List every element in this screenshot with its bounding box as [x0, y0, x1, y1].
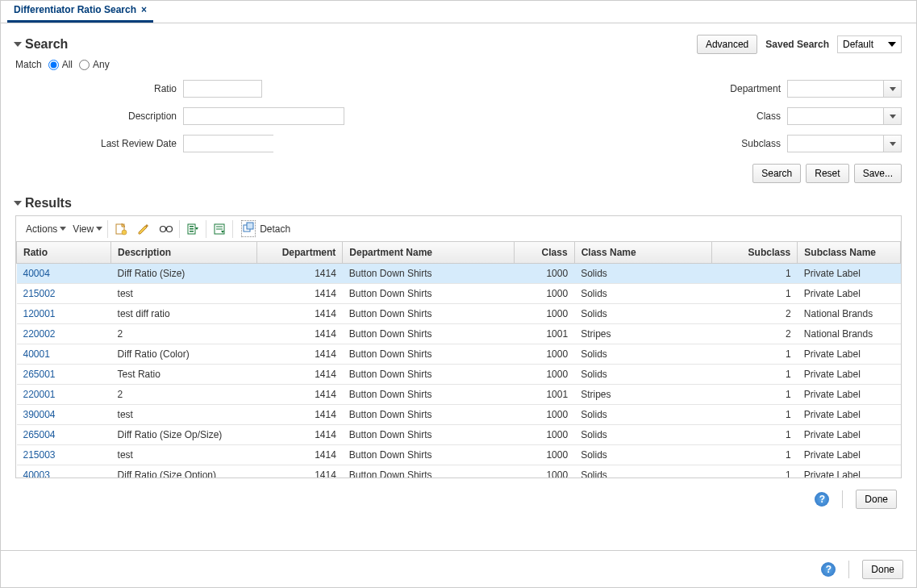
cell-ratio[interactable]: 220002 [17, 323, 111, 344]
col-ratio[interactable]: Ratio [17, 242, 111, 263]
col-department-name[interactable]: Department Name [343, 242, 515, 263]
cell-ratio[interactable]: 40003 [17, 465, 111, 477]
svg-point-8 [160, 226, 166, 231]
view-icon[interactable] [158, 221, 174, 237]
create-icon[interactable] [113, 221, 129, 237]
table-row[interactable]: 215003test1414Button Down Shirts1000Soli… [17, 444, 901, 465]
label-subclass: Subclass [499, 138, 782, 149]
reset-button[interactable]: Reset [806, 164, 848, 183]
view-menu[interactable]: View [73, 223, 102, 235]
input-ratio[interactable] [183, 80, 262, 98]
table-row[interactable]: 265001Test Ratio1414Button Down Shirts10… [17, 364, 901, 384]
saved-search-select[interactable]: Default [837, 35, 902, 53]
col-department[interactable]: Department [256, 242, 342, 263]
table-row[interactable]: 40004Diff Ratio (Size)1414Button Down Sh… [17, 263, 901, 283]
wrap-icon[interactable] [211, 221, 227, 237]
dropdown-subclass-icon[interactable] [884, 135, 902, 152]
label-ratio: Ratio [64, 83, 177, 94]
cell-subclass-name: National Brands [798, 323, 901, 344]
col-subclass-name[interactable]: Subclass Name [798, 242, 901, 263]
dropdown-department-icon[interactable] [884, 80, 902, 98]
help-icon[interactable]: ? [821, 562, 836, 577]
cell-department-name: Button Down Shirts [343, 344, 515, 364]
cell-ratio[interactable]: 220001 [17, 384, 111, 404]
cell-class-name: Stripes [574, 323, 711, 344]
cell-description: test diff ratio [111, 303, 257, 323]
search-header-left: Search [15, 37, 68, 52]
cell-ratio[interactable]: 215003 [17, 444, 111, 465]
results-toolbar: Actions View [16, 216, 901, 242]
cell-description: 2 [111, 323, 257, 344]
col-class[interactable]: Class [515, 242, 574, 263]
col-class-name[interactable]: Class Name [574, 242, 711, 263]
cell-class: 1000 [515, 364, 574, 384]
dropdown-class-icon[interactable] [884, 107, 902, 125]
cell-ratio[interactable]: 40001 [17, 344, 111, 364]
col-description[interactable]: Description [111, 242, 257, 263]
cell-class: 1000 [515, 465, 574, 477]
results-grid-scroll[interactable]: Ratio Description Department Department … [16, 242, 901, 477]
edit-icon[interactable] [135, 221, 152, 237]
cell-subclass-name: Private Label [798, 384, 901, 404]
done-button[interactable]: Done [862, 560, 903, 579]
input-subclass[interactable] [787, 135, 884, 152]
save-button[interactable]: Save... [854, 164, 902, 183]
tb-export [180, 216, 206, 241]
table-row[interactable]: 390004test1414Button Down Shirts1000Soli… [17, 404, 901, 424]
tb-crud [108, 216, 179, 241]
cell-ratio[interactable]: 215002 [17, 283, 111, 303]
cell-subclass-name: Private Label [798, 364, 901, 384]
disclosure-icon[interactable] [14, 42, 22, 47]
match-label: Match [15, 59, 42, 70]
form-col-right: Department Class Subclass [499, 80, 902, 152]
table-row[interactable]: 22000121414Button Down Shirts1001Stripes… [17, 384, 901, 404]
table-row[interactable]: 40003Diff Ratio (Size Option)1414Button … [17, 465, 901, 477]
chevron-down-icon [890, 142, 896, 146]
done-button[interactable]: Done [856, 490, 897, 509]
table-row[interactable]: 265004Diff Ratio (Size Op/Size)1414Butto… [17, 424, 901, 444]
search-button[interactable]: Search [752, 164, 801, 183]
cell-department: 1414 [256, 344, 342, 364]
row-last-review: Last Review Date [64, 135, 467, 152]
table-row[interactable]: 120001test diff ratio1414Button Down Shi… [17, 303, 901, 323]
cell-ratio[interactable]: 265001 [17, 364, 111, 384]
cell-department: 1414 [256, 404, 342, 424]
actions-menu[interactable]: Actions [26, 223, 66, 235]
detach-button[interactable]: Detach [238, 219, 294, 239]
disclosure-icon[interactable] [14, 201, 22, 206]
col-subclass[interactable]: Subclass [711, 242, 797, 263]
input-description[interactable] [183, 107, 344, 125]
cell-class: 1000 [515, 303, 574, 323]
match-all-radio[interactable] [48, 60, 59, 70]
advanced-button[interactable]: Advanced [697, 35, 757, 54]
close-icon[interactable]: × [141, 4, 147, 15]
input-department[interactable] [787, 80, 884, 98]
saved-search-label: Saved Search [765, 39, 829, 50]
cell-class-name: Stripes [574, 384, 711, 404]
cell-ratio[interactable]: 265004 [17, 424, 111, 444]
match-any-text: Any [93, 59, 110, 70]
row-class: Class [499, 107, 902, 125]
row-ratio: Ratio [64, 80, 467, 98]
export-icon[interactable] [185, 221, 201, 237]
cell-class-name: Solids [574, 263, 711, 283]
table-row[interactable]: 22000221414Button Down Shirts1001Stripes… [17, 323, 901, 344]
cell-class: 1000 [515, 424, 574, 444]
content-area: Search Advanced Saved Search Default Mat… [1, 23, 916, 550]
tab-diff-ratio-search[interactable]: Differentiator Ratio Search × [7, 0, 153, 23]
cell-department-name: Button Down Shirts [343, 424, 515, 444]
input-class[interactable] [787, 107, 884, 125]
cell-department-name: Button Down Shirts [343, 364, 515, 384]
match-any-radio[interactable] [79, 60, 90, 70]
results-grid: Ratio Description Department Department … [16, 242, 901, 477]
match-all-option[interactable]: All [48, 59, 73, 70]
row-department: Department [499, 80, 902, 98]
cell-ratio[interactable]: 120001 [17, 303, 111, 323]
cell-ratio[interactable]: 40004 [17, 263, 111, 283]
match-any-option[interactable]: Any [79, 59, 110, 70]
cell-ratio[interactable]: 390004 [17, 404, 111, 424]
input-last-review[interactable] [184, 136, 311, 152]
table-row[interactable]: 40001Diff Ratio (Color)1414Button Down S… [17, 344, 901, 364]
table-row[interactable]: 215002test1414Button Down Shirts1000Soli… [17, 283, 901, 303]
help-icon[interactable]: ? [815, 492, 829, 507]
